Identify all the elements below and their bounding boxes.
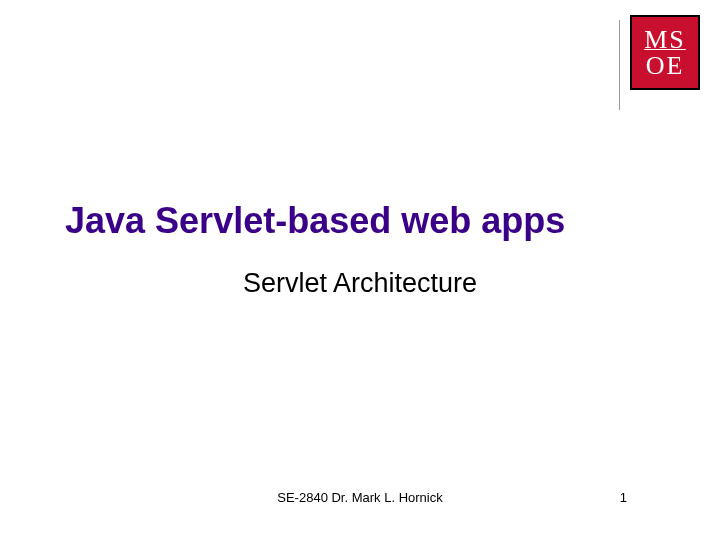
logo-text-line2: OE [646, 53, 685, 79]
slide-subtitle: Servlet Architecture [0, 268, 720, 299]
page-number: 1 [620, 490, 627, 505]
divider-line [619, 20, 620, 110]
footer-text: SE-2840 Dr. Mark L. Hornick [0, 490, 720, 505]
msoe-logo: MS OE [630, 15, 700, 90]
logo-text-line1: MS [644, 27, 686, 53]
slide-title: Java Servlet-based web apps [65, 200, 565, 242]
logo-area: MS OE [619, 15, 700, 110]
